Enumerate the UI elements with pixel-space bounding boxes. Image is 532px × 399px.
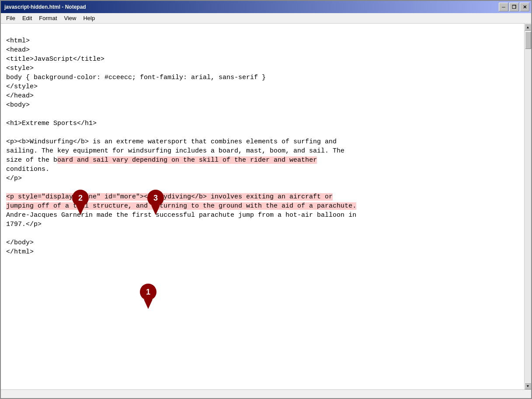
menu-help[interactable]: Help [80,14,98,22]
menu-view[interactable]: View [61,14,80,22]
window-title: javascript-hidden.html - Notepad [4,4,86,10]
scroll-down-arrow[interactable]: ▼ [525,382,532,389]
status-bar [1,389,531,398]
editor-container: <html> <head> <title>JavaScript</title> … [1,24,531,389]
scrollbar[interactable]: ▲ ▼ [524,24,531,389]
close-button[interactable]: ✕ [520,3,529,11]
scroll-up-arrow[interactable]: ▲ [525,24,532,31]
restore-button[interactable]: ❐ [509,3,519,11]
minimize-button[interactable]: ─ [499,3,508,11]
scrollbar-track[interactable] [525,31,531,382]
scrollbar-thumb[interactable] [525,31,531,49]
menu-bar: File Edit Format View Help [1,13,531,24]
title-bar: javascript-hidden.html - Notepad ─ ❐ ✕ [1,1,531,13]
menu-format[interactable]: Format [35,14,60,22]
menu-edit[interactable]: Edit [19,14,35,22]
editor-text-area[interactable]: <html> <head> <title>JavaScript</title> … [1,24,524,389]
notepad-window: javascript-hidden.html - Notepad ─ ❐ ✕ F… [0,0,532,399]
menu-file[interactable]: File [3,14,19,22]
window-controls: ─ ❐ ✕ [499,3,529,11]
